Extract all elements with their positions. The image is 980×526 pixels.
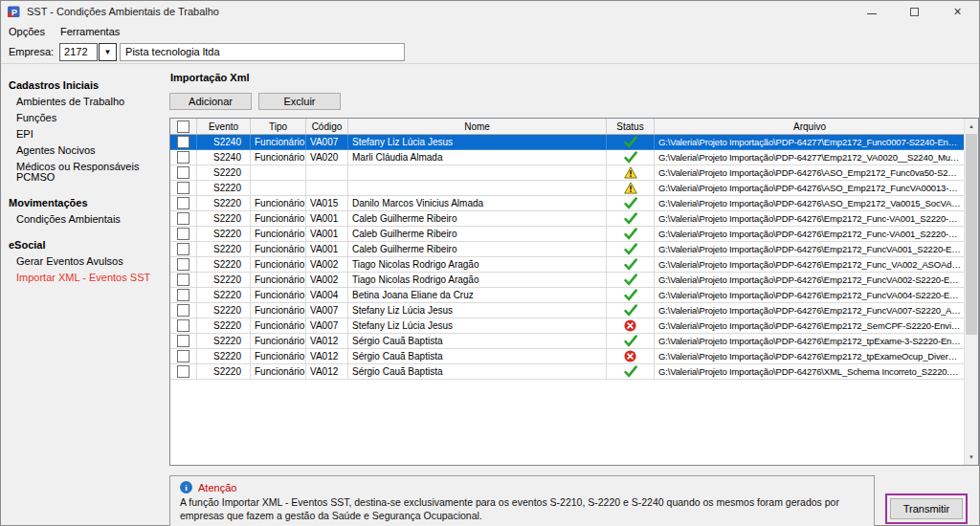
table-row[interactable]: S2220FuncionárioVA007Stefany Liz Lúcia J…	[170, 303, 966, 318]
cell-codigo: VA002	[306, 273, 348, 288]
cell-nome: Caleb Guilherme Ribeiro	[348, 227, 607, 242]
table-row[interactable]: S2220FuncionárioVA012Sérgio Cauã Baptist…	[170, 364, 966, 380]
row-checkbox[interactable]	[177, 289, 189, 301]
col-header-tipo[interactable]: Tipo	[251, 119, 306, 135]
table-row[interactable]: S2220G:\Valeria\Projeto Importação\PDP-6…	[170, 165, 966, 181]
cell-tipo: Funcionário	[251, 242, 306, 257]
cell-nome: Tiago Nicolas Rodrigo Aragão	[348, 257, 607, 273]
sidebar-item[interactable]: Médicos ou Responsáveis PCMSO	[1, 159, 164, 186]
window-controls: ×	[850, 1, 979, 22]
table-row[interactable]: S2220FuncionárioVA001Caleb Guilherme Rib…	[170, 242, 966, 257]
row-checkbox[interactable]	[177, 136, 189, 148]
row-checkbox[interactable]	[177, 365, 189, 378]
add-button[interactable]: Adicionar	[169, 93, 252, 110]
cell-evento: S2220	[197, 288, 251, 303]
row-checkbox[interactable]	[177, 258, 189, 271]
cell-evento: S2220	[197, 364, 251, 380]
sidebar-item[interactable]: Agentes Nocivos	[1, 142, 164, 159]
sidebar-item[interactable]: Importar XML - Eventos SST	[1, 270, 164, 286]
sidebar-item[interactable]: Funções	[1, 110, 164, 126]
row-checkbox[interactable]	[177, 319, 189, 332]
row-checkbox[interactable]	[177, 212, 189, 225]
empresa-dropdown-button[interactable]: ▼	[99, 43, 117, 61]
table-row[interactable]: S2240FuncionárioVA020Marli Cláudia Almad…	[170, 150, 966, 165]
transmit-button[interactable]: Transmitir	[890, 498, 963, 519]
status-error-icon	[624, 319, 636, 332]
row-checkbox[interactable]	[177, 243, 189, 255]
table-row[interactable]: S2220FuncionárioVA002Tiago Nicolas Rodri…	[170, 273, 966, 288]
row-checkbox[interactable]	[177, 274, 189, 286]
cell-status	[607, 242, 655, 257]
cell-codigo: VA015	[306, 196, 348, 211]
col-header-evento[interactable]: Evento	[197, 119, 251, 135]
empresa-code-input[interactable]	[59, 43, 98, 61]
window-title: SST - Condições Ambientais de Trabalho	[27, 6, 219, 17]
status-ok-icon	[624, 365, 637, 378]
info-icon: i	[180, 481, 192, 493]
col-header-arquivo[interactable]: Arquivo	[655, 119, 966, 135]
sidebar-section: MovimentaçõesCondições Ambientais	[1, 194, 164, 228]
cell-arquivo: G:\Valeria\Projeto Importação\PDP-64276\…	[655, 211, 966, 227]
scroll-thumb[interactable]	[966, 134, 977, 335]
maximize-button[interactable]	[893, 1, 936, 22]
empresa-name-input[interactable]	[120, 43, 405, 61]
notice-box: i Atenção A função Importar XML - Evento…	[169, 475, 875, 526]
table-row[interactable]: S2240FuncionárioVA007Stefany Liz Lúcia J…	[170, 135, 966, 150]
sidebar-item[interactable]: Ambientes de Trabalho	[1, 94, 164, 110]
row-checkbox-cell	[170, 303, 197, 318]
sidebar-section: Cadastros IniciaisAmbientes de TrabalhoF…	[1, 77, 164, 186]
row-checkbox[interactable]	[177, 228, 189, 240]
status-ok-icon	[624, 289, 637, 301]
sidebar-section-header: Cadastros Iniciais	[1, 77, 164, 94]
row-checkbox-cell	[170, 273, 197, 288]
sidebar-item[interactable]: Gerar Eventos Avulsos	[1, 253, 164, 270]
close-button[interactable]: ×	[936, 1, 979, 22]
cell-status	[607, 349, 655, 364]
cell-tipo: Funcionário	[251, 150, 306, 165]
row-checkbox[interactable]	[177, 166, 189, 179]
sidebar: Cadastros IniciaisAmbientes de TrabalhoF…	[1, 64, 164, 525]
row-checkbox[interactable]	[177, 151, 189, 164]
table-row[interactable]: S2220FuncionárioVA015Danilo Marcos Vinic…	[170, 196, 966, 211]
row-checkbox-cell	[170, 242, 197, 257]
sidebar-item[interactable]: EPI	[1, 126, 164, 142]
row-checkbox[interactable]	[177, 350, 189, 362]
col-header-status[interactable]: Status	[607, 119, 655, 135]
table-row[interactable]: S2220FuncionárioVA012Sérgio Cauã Baptist…	[170, 334, 966, 349]
status-ok-icon	[624, 228, 637, 240]
menu-ferramentas[interactable]: Ferramentas	[53, 22, 127, 40]
table-row[interactable]: S2220G:\Valeria\Projeto Importação\PDP-6…	[170, 181, 966, 196]
menu-opcoes[interactable]: Opções	[1, 22, 53, 40]
row-checkbox[interactable]	[177, 335, 189, 347]
row-checkbox[interactable]	[177, 182, 189, 194]
col-header-codigo[interactable]: Código	[306, 119, 348, 135]
cell-evento: S2220	[197, 318, 251, 334]
row-checkbox[interactable]	[177, 304, 189, 317]
minimize-button[interactable]	[850, 1, 893, 22]
scroll-track[interactable]	[965, 134, 978, 449]
table-row[interactable]: S2220FuncionárioVA004Betina Joana Eliane…	[170, 288, 966, 303]
status-ok-icon	[624, 243, 637, 255]
cell-codigo	[306, 181, 348, 196]
status-warning-icon	[624, 166, 637, 179]
table-scrollbar[interactable]: ▲ ▼	[964, 119, 978, 465]
titlebar: P SST - Condições Ambientais de Trabalho…	[1, 1, 979, 22]
row-checkbox[interactable]	[177, 197, 189, 209]
scroll-down-button[interactable]: ▼	[965, 449, 978, 465]
scroll-up-button[interactable]: ▲	[965, 119, 978, 134]
delete-button[interactable]: Excluir	[258, 93, 341, 110]
table-row[interactable]: S2220FuncionárioVA001Caleb Guilherme Rib…	[170, 211, 966, 227]
table-row[interactable]: S2220FuncionárioVA001Caleb Guilherme Rib…	[170, 227, 966, 242]
cell-status	[607, 318, 655, 334]
table-row[interactable]: S2220FuncionárioVA007Stefany Liz Lúcia J…	[170, 318, 966, 334]
table-row[interactable]: S2220FuncionárioVA002Tiago Nicolas Rodri…	[170, 257, 966, 273]
cell-arquivo: G:\Valeria\Projeto Importação\PDP-64276\…	[655, 181, 966, 196]
toolbar: Adicionar Excluir	[169, 93, 977, 110]
empresa-label: Empresa:	[9, 46, 54, 57]
table-row[interactable]: S2220FuncionárioVA012Sérgio Cauã Baptist…	[170, 349, 966, 364]
sidebar-item[interactable]: Condições Ambientais	[1, 211, 164, 228]
import-table: Evento Tipo Código Nome Status Arquivo S…	[169, 118, 979, 466]
col-header-nome[interactable]: Nome	[348, 119, 607, 135]
select-all-checkbox[interactable]	[177, 121, 189, 133]
row-checkbox-cell	[170, 211, 197, 227]
